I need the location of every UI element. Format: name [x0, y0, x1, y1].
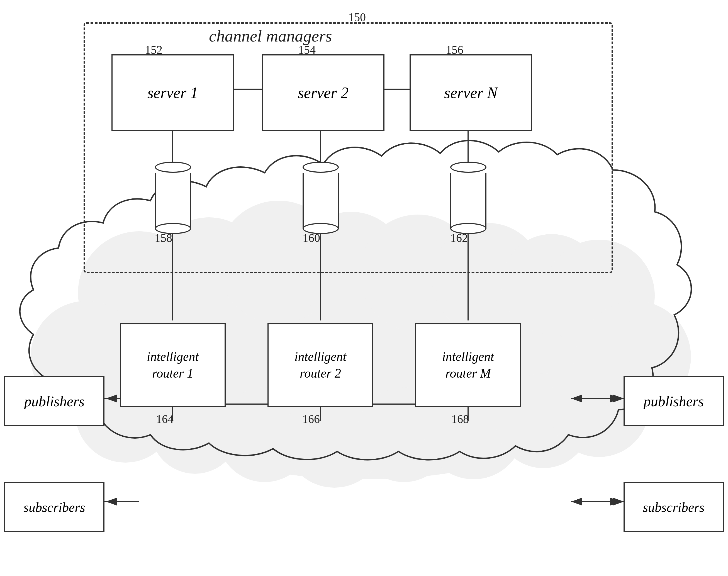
- ref-168: 168: [452, 412, 469, 426]
- router2-label: intelligent router 2: [294, 348, 347, 382]
- dbN: [450, 162, 487, 234]
- channel-managers-label: channel managers: [209, 27, 332, 46]
- routerM-box: intelligent router M: [415, 323, 521, 407]
- db1: [155, 162, 191, 234]
- publishers-right-box: publishers: [623, 376, 724, 426]
- db1-body: [155, 173, 191, 229]
- ref-160: 160: [302, 231, 320, 245]
- publishers-left-label: publishers: [24, 393, 85, 410]
- dbN-top: [450, 162, 487, 173]
- db2: [302, 162, 339, 234]
- server2-box: server 2: [262, 54, 384, 131]
- diagram: 150 channel managers 152 server 1 154 se…: [0, 0, 728, 576]
- ref-150: 150: [348, 10, 366, 24]
- db1-top: [155, 162, 191, 173]
- serverN-label: server N: [444, 84, 497, 102]
- ref-162: 162: [450, 231, 468, 245]
- publishers-right-label: publishers: [644, 393, 704, 410]
- db2-body: [302, 173, 339, 229]
- ref-164: 164: [156, 412, 174, 426]
- ref-166: 166: [302, 412, 320, 426]
- serverN-box: server N: [410, 54, 532, 131]
- subscribers-right-label: subscribers: [643, 500, 704, 515]
- subscribers-left-label: subscribers: [23, 500, 85, 515]
- router1-label: intelligent router 1: [147, 348, 199, 382]
- routerM-label: intelligent router M: [442, 348, 494, 382]
- router1-box: intelligent router 1: [120, 323, 226, 407]
- publishers-left-box: publishers: [4, 376, 105, 426]
- server1-label: server 1: [147, 84, 198, 102]
- ref-158: 158: [155, 231, 172, 245]
- server2-label: server 2: [298, 84, 349, 102]
- server1-box: server 1: [112, 54, 234, 131]
- subscribers-right-box: subscribers: [623, 482, 724, 532]
- subscribers-left-box: subscribers: [4, 482, 105, 532]
- db2-top: [302, 162, 339, 173]
- dbN-body: [450, 173, 487, 229]
- router2-box: intelligent router 2: [267, 323, 373, 407]
